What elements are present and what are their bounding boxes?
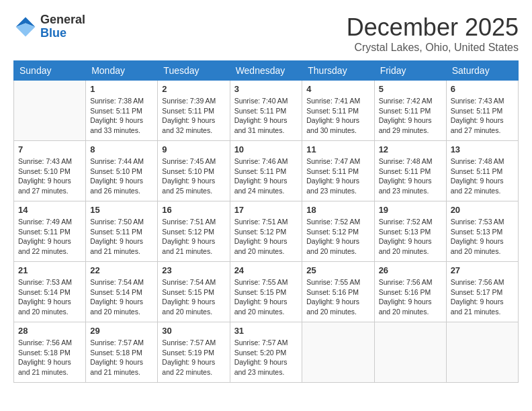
calendar-cell: 8Sunrise: 7:44 AM Sunset: 5:10 PM Daylig… [86,141,158,201]
calendar-cell: 28Sunrise: 7:56 AM Sunset: 5:18 PM Dayli… [14,322,86,383]
day-info: Sunrise: 7:57 AM Sunset: 5:19 PM Dayligh… [162,338,225,377]
weekday-header: Monday [86,61,158,81]
day-number: 1 [90,84,153,94]
calendar-week-row: 14Sunrise: 7:49 AM Sunset: 5:11 PM Dayli… [14,201,519,262]
day-number: 13 [451,144,514,154]
logo-icon [13,15,38,39]
calendar-cell: 10Sunrise: 7:46 AM Sunset: 5:11 PM Dayli… [230,141,302,201]
day-info: Sunrise: 7:43 AM Sunset: 5:10 PM Dayligh… [18,156,81,196]
day-info: Sunrise: 7:56 AM Sunset: 5:16 PM Dayligh… [379,277,442,317]
calendar-cell: 27Sunrise: 7:56 AM Sunset: 5:17 PM Dayli… [446,262,518,322]
calendar-cell: 9Sunrise: 7:45 AM Sunset: 5:10 PM Daylig… [158,141,230,201]
page-header: General Blue December 2025 Crystal Lakes… [13,13,519,54]
weekday-header: Saturday [446,61,518,81]
day-info: Sunrise: 7:39 AM Sunset: 5:11 PM Dayligh… [162,96,225,136]
calendar-cell: 1Sunrise: 7:38 AM Sunset: 5:11 PM Daylig… [86,81,158,141]
calendar-cell [374,322,446,383]
calendar-cell: 31Sunrise: 7:57 AM Sunset: 5:20 PM Dayli… [230,322,302,383]
calendar-cell: 21Sunrise: 7:53 AM Sunset: 5:14 PM Dayli… [14,262,86,322]
day-info: Sunrise: 7:55 AM Sunset: 5:16 PM Dayligh… [306,277,369,317]
weekday-header: Thursday [302,61,374,81]
calendar-cell: 6Sunrise: 7:43 AM Sunset: 5:11 PM Daylig… [446,81,518,141]
calendar-cell: 11Sunrise: 7:47 AM Sunset: 5:11 PM Dayli… [302,141,374,201]
calendar-cell: 22Sunrise: 7:54 AM Sunset: 5:14 PM Dayli… [86,262,158,322]
day-number: 20 [451,205,514,215]
calendar-week-row: 28Sunrise: 7:56 AM Sunset: 5:18 PM Dayli… [14,322,519,383]
day-info: Sunrise: 7:46 AM Sunset: 5:11 PM Dayligh… [234,156,298,196]
calendar-cell: 16Sunrise: 7:51 AM Sunset: 5:12 PM Dayli… [158,201,230,262]
day-info: Sunrise: 7:53 AM Sunset: 5:14 PM Dayligh… [18,277,81,317]
calendar-cell: 20Sunrise: 7:53 AM Sunset: 5:13 PM Dayli… [446,201,518,262]
day-number: 22 [90,265,153,275]
day-info: Sunrise: 7:50 AM Sunset: 5:11 PM Dayligh… [90,217,153,257]
day-number: 8 [90,144,153,154]
day-number: 10 [234,144,298,154]
weekday-header-row: SundayMondayTuesdayWednesdayThursdayFrid… [14,61,519,81]
calendar-cell: 2Sunrise: 7:39 AM Sunset: 5:11 PM Daylig… [158,81,230,141]
day-number: 18 [306,205,369,215]
day-number: 27 [451,265,514,275]
weekday-header: Wednesday [230,61,302,81]
calendar-week-row: 1Sunrise: 7:38 AM Sunset: 5:11 PM Daylig… [14,81,519,141]
calendar-cell: 26Sunrise: 7:56 AM Sunset: 5:16 PM Dayli… [374,262,446,322]
day-number: 26 [379,265,442,275]
day-info: Sunrise: 7:43 AM Sunset: 5:11 PM Dayligh… [451,96,514,136]
title-block: December 2025 Crystal Lakes, Ohio, Unite… [347,13,519,54]
day-info: Sunrise: 7:56 AM Sunset: 5:17 PM Dayligh… [451,277,514,317]
logo-general: General [40,13,85,27]
day-info: Sunrise: 7:54 AM Sunset: 5:15 PM Dayligh… [162,277,225,317]
day-info: Sunrise: 7:52 AM Sunset: 5:13 PM Dayligh… [379,217,442,257]
day-number: 2 [162,84,225,94]
day-info: Sunrise: 7:41 AM Sunset: 5:11 PM Dayligh… [306,96,369,136]
day-number: 3 [234,84,298,94]
day-number: 23 [162,265,225,275]
location: Crystal Lakes, Ohio, United States [347,42,519,54]
weekday-header: Tuesday [158,61,230,81]
day-number: 30 [162,326,225,336]
day-info: Sunrise: 7:48 AM Sunset: 5:11 PM Dayligh… [451,156,514,196]
calendar-cell: 23Sunrise: 7:54 AM Sunset: 5:15 PM Dayli… [158,262,230,322]
day-number: 9 [162,144,225,154]
calendar-cell: 30Sunrise: 7:57 AM Sunset: 5:19 PM Dayli… [158,322,230,383]
calendar-cell: 14Sunrise: 7:49 AM Sunset: 5:11 PM Dayli… [14,201,86,262]
day-number: 24 [234,265,298,275]
calendar-cell: 13Sunrise: 7:48 AM Sunset: 5:11 PM Dayli… [446,141,518,201]
day-info: Sunrise: 7:57 AM Sunset: 5:20 PM Dayligh… [234,338,298,377]
day-number: 16 [162,205,225,215]
calendar-cell: 18Sunrise: 7:52 AM Sunset: 5:12 PM Dayli… [302,201,374,262]
calendar-cell [14,81,86,141]
logo: General Blue [13,13,85,40]
day-info: Sunrise: 7:49 AM Sunset: 5:11 PM Dayligh… [18,217,81,257]
calendar-cell: 24Sunrise: 7:55 AM Sunset: 5:15 PM Dayli… [230,262,302,322]
weekday-header: Sunday [14,61,86,81]
calendar-cell: 4Sunrise: 7:41 AM Sunset: 5:11 PM Daylig… [302,81,374,141]
calendar-cell [302,322,374,383]
calendar-cell: 15Sunrise: 7:50 AM Sunset: 5:11 PM Dayli… [86,201,158,262]
calendar-cell: 17Sunrise: 7:51 AM Sunset: 5:12 PM Dayli… [230,201,302,262]
calendar-header: SundayMondayTuesdayWednesdayThursdayFrid… [14,61,519,81]
calendar-cell: 12Sunrise: 7:48 AM Sunset: 5:11 PM Dayli… [374,141,446,201]
calendar-cell: 3Sunrise: 7:40 AM Sunset: 5:11 PM Daylig… [230,81,302,141]
day-number: 4 [306,84,369,94]
weekday-header: Friday [374,61,446,81]
day-number: 6 [451,84,514,94]
day-info: Sunrise: 7:48 AM Sunset: 5:11 PM Dayligh… [379,156,442,196]
calendar-cell: 5Sunrise: 7:42 AM Sunset: 5:11 PM Daylig… [374,81,446,141]
calendar-week-row: 7Sunrise: 7:43 AM Sunset: 5:10 PM Daylig… [14,141,519,201]
day-info: Sunrise: 7:51 AM Sunset: 5:12 PM Dayligh… [234,217,298,257]
day-number: 14 [18,205,81,215]
calendar-cell [446,322,518,383]
calendar-body: 1Sunrise: 7:38 AM Sunset: 5:11 PM Daylig… [14,81,519,383]
calendar-cell: 19Sunrise: 7:52 AM Sunset: 5:13 PM Dayli… [374,201,446,262]
day-info: Sunrise: 7:57 AM Sunset: 5:18 PM Dayligh… [90,338,153,377]
day-info: Sunrise: 7:38 AM Sunset: 5:11 PM Dayligh… [90,96,153,136]
day-info: Sunrise: 7:42 AM Sunset: 5:11 PM Dayligh… [379,96,442,136]
logo-text: General Blue [40,13,85,40]
day-number: 12 [379,144,442,154]
calendar: SundayMondayTuesdayWednesdayThursdayFrid… [13,60,519,383]
day-info: Sunrise: 7:56 AM Sunset: 5:18 PM Dayligh… [18,338,81,377]
day-info: Sunrise: 7:54 AM Sunset: 5:14 PM Dayligh… [90,277,153,317]
day-info: Sunrise: 7:47 AM Sunset: 5:11 PM Dayligh… [306,156,369,196]
day-number: 7 [18,144,81,154]
day-info: Sunrise: 7:45 AM Sunset: 5:10 PM Dayligh… [162,156,225,196]
